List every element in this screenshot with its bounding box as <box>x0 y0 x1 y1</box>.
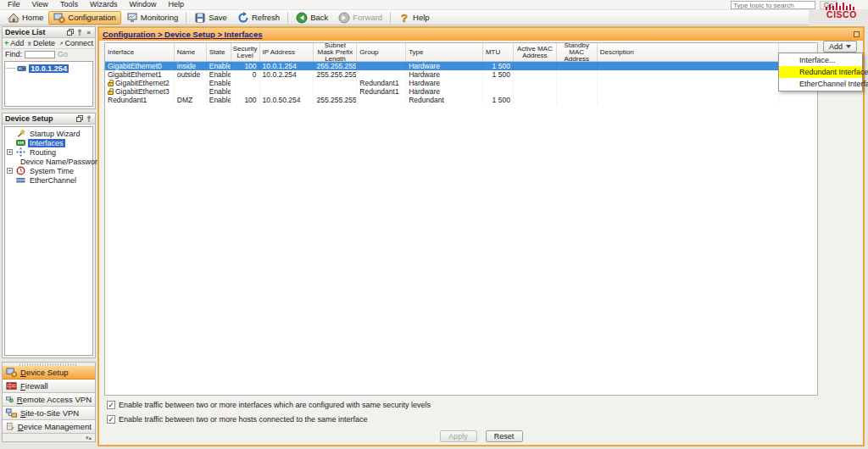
device-list-title-bar: Device List × <box>3 27 95 38</box>
table-row[interactable]: GigabitEthernet3EnabledRedundant1Hardwar… <box>105 87 817 96</box>
col-active-mac[interactable]: Active MAC Address <box>514 43 557 61</box>
col-subnet-mask[interactable]: Subnet Mask Prefix Length <box>314 43 357 61</box>
tree-item-startup-wizard[interactable]: Startup Wizard <box>5 129 92 138</box>
reset-button[interactable]: Reset <box>486 430 523 442</box>
col-ip-address[interactable]: IP Address <box>260 43 314 61</box>
table-row[interactable]: GigabitEthernet0insideEnabled10010.0.1.2… <box>105 62 817 70</box>
forward-button[interactable]: Forward <box>333 11 387 25</box>
apply-button[interactable]: Apply <box>440 430 477 442</box>
save-button[interactable]: Save <box>189 11 232 25</box>
lock-icon <box>108 91 114 95</box>
table-row[interactable]: GigabitEthernet1outsideEnabled010.0.2.25… <box>105 70 817 79</box>
menu-file[interactable]: File <box>2 0 26 9</box>
breadcrumb[interactable]: Configuration > Device Setup > Interface… <box>103 30 262 39</box>
back-button[interactable]: Back <box>291 11 333 25</box>
col-description[interactable]: Description <box>598 43 779 61</box>
table-cell: Enabled <box>207 87 231 96</box>
table-cell: 255.255.255.0 <box>314 96 357 104</box>
table-cell: Redundant1 <box>357 87 406 96</box>
col-state[interactable]: State <box>207 43 231 61</box>
menu-tools[interactable]: Tools <box>54 0 84 9</box>
remote-access-vpn-nav-icon <box>6 394 14 405</box>
table-cell: 1 500 <box>483 96 514 104</box>
nav-device-setup[interactable]: Device Setup <box>3 366 95 380</box>
table-cell: 1 500 <box>483 62 514 70</box>
nav-site-to-site-vpn[interactable]: Site-to-Site VPN <box>3 407 95 420</box>
tree-item-interfaces[interactable]: Interfaces <box>5 138 92 147</box>
menu-item-interface[interactable]: Interface... <box>779 54 862 66</box>
configuration-button[interactable]: Configuration <box>48 11 121 25</box>
table-row[interactable]: GigabitEthernet2EnabledRedundant1Hardwar… <box>105 79 817 87</box>
table-cell: Redundant <box>406 96 483 104</box>
device-list-add-button[interactable]: Add <box>10 39 24 47</box>
menu-help[interactable]: Help <box>162 0 190 9</box>
table-cell: GigabitEthernet2 <box>105 79 175 87</box>
table-body: GigabitEthernet0insideEnabled10010.0.1.2… <box>105 62 817 104</box>
table-cell <box>598 62 779 70</box>
refresh-button[interactable]: Refresh <box>232 11 285 25</box>
tree-line: ── <box>6 64 15 72</box>
pin-panel-icon[interactable] <box>85 115 92 123</box>
wizard-wand-icon <box>16 129 25 138</box>
col-type[interactable]: Type <box>406 43 483 61</box>
add-button[interactable]: Add <box>823 41 857 53</box>
tree-item-etherchannel[interactable]: EtherChannel <box>5 175 92 185</box>
collapse-panels-icon[interactable]: ▾▴ <box>86 435 92 441</box>
col-name[interactable]: Name <box>175 43 207 61</box>
menu-view[interactable]: View <box>26 0 54 9</box>
find-go-button[interactable]: Go <box>58 50 68 58</box>
tree-label: Routing <box>28 148 58 157</box>
forward-icon <box>338 12 350 24</box>
table-cell: 10.0.2.254 <box>260 70 314 79</box>
device-list-item[interactable]: ── 10.0.1.254 <box>6 64 92 73</box>
checkbox-row-same-security: ✓ Enable traffic between two or more int… <box>107 401 431 409</box>
float-panel-icon[interactable] <box>66 29 74 36</box>
help-button[interactable]: ? Help <box>393 11 435 25</box>
table-cell <box>598 96 779 104</box>
nav-remote-access-vpn[interactable]: Remote Access VPN <box>3 393 95 407</box>
tree-item-system-time[interactable]: + System Time <box>5 166 92 175</box>
firewall-nav-icon <box>6 380 17 391</box>
expand-icon[interactable]: + <box>7 168 13 174</box>
monitoring-button[interactable]: Monitoring <box>121 11 183 25</box>
float-panel-icon[interactable] <box>75 115 83 123</box>
close-panel-icon[interactable]: × <box>85 29 92 36</box>
expand-icon[interactable]: + <box>7 149 13 155</box>
nav-label: Site-to-Site VPN <box>20 408 79 418</box>
pin-panel-icon[interactable] <box>75 29 83 36</box>
routing-icon <box>16 147 25 157</box>
checkbox-same-interface[interactable]: ✓ <box>107 415 115 424</box>
device-list-connect-button[interactable]: Connect <box>64 39 93 47</box>
tree-item-device-name-password[interactable]: Device Name/Password <box>5 157 92 166</box>
search-input[interactable] <box>731 1 815 9</box>
table-cell <box>231 79 260 87</box>
find-label: Find: <box>5 50 22 58</box>
menu-item-redundant-interface[interactable]: Redundant Interface... <box>779 66 862 78</box>
menu-window[interactable]: Window <box>123 0 162 9</box>
col-standby-mac[interactable]: Standby MAC Address <box>557 43 598 61</box>
table-cell: Enabled <box>207 70 231 79</box>
table-row[interactable]: Redundant1DMZEnabled10010.0.50.254255.25… <box>105 96 817 104</box>
table-cell <box>175 79 207 87</box>
table-cell <box>598 87 779 96</box>
nav-device-management[interactable]: Device Management <box>3 420 95 434</box>
find-input[interactable] <box>25 51 55 58</box>
device-setup-title: Device Setup <box>5 114 53 123</box>
table-cell <box>483 87 514 96</box>
tree-item-routing[interactable]: + Routing <box>5 147 92 157</box>
menu-item-etherchannel-interface[interactable]: EtherChannel Interface... <box>779 78 862 90</box>
maximize-pane-icon[interactable] <box>854 31 860 37</box>
col-interface[interactable]: Interface <box>105 43 175 61</box>
home-icon <box>8 12 19 24</box>
device-list-delete-button[interactable]: Delete <box>33 39 55 47</box>
home-button[interactable]: Home <box>3 11 48 25</box>
col-security-level[interactable]: Security Level <box>231 43 260 61</box>
checkbox-same-security[interactable]: ✓ <box>107 401 115 409</box>
table-cell <box>260 87 314 96</box>
menu-wizards[interactable]: Wizards <box>84 0 124 9</box>
col-mtu[interactable]: MTU <box>483 43 514 61</box>
table-cell: GigabitEthernet1 <box>105 70 175 79</box>
col-group[interactable]: Group <box>357 43 406 61</box>
nav-firewall[interactable]: Firewall <box>3 380 95 393</box>
table-cell <box>260 79 314 87</box>
